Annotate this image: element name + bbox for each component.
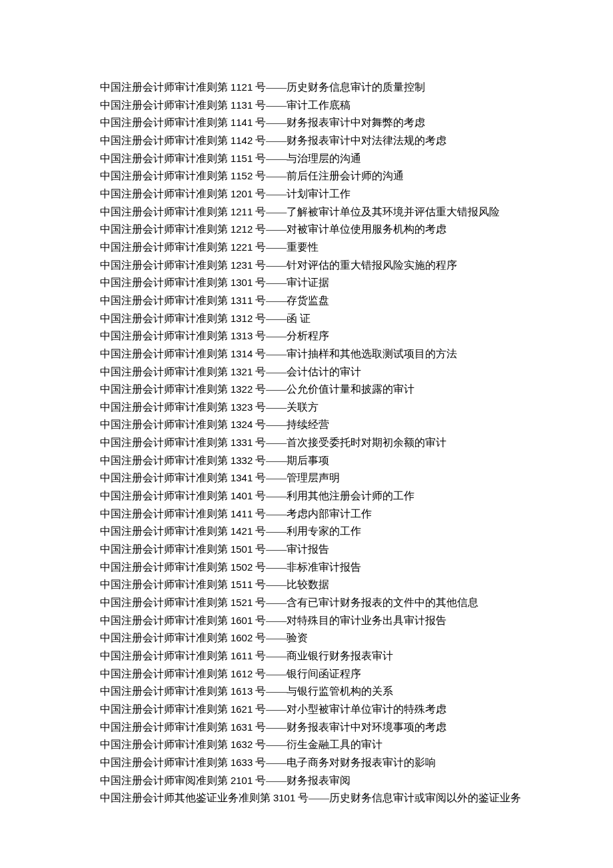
item-prefix: 中国注册会计师审计准则第	[100, 490, 231, 501]
item-separator: 号——	[253, 153, 287, 164]
item-number: 1421	[231, 525, 253, 537]
item-prefix: 中国注册会计师审计准则第	[100, 561, 231, 573]
list-item: 中国注册会计师审计准则第 1501 号——审计报告	[79, 541, 573, 559]
item-title: 财务报表审计中对法律法规的考虑	[287, 135, 446, 146]
item-prefix: 中国注册会计师审计准则第	[100, 81, 231, 93]
item-title: 对特殊目的审计业务出具审计报告	[287, 615, 446, 626]
item-number: 1341	[231, 472, 253, 483]
item-title: 财务报表审计中对环境事项的考虑	[287, 721, 446, 733]
list-item: 中国注册会计师审计准则第 1311 号——存货监盘	[79, 292, 573, 310]
item-title: 针对评估的重大错报风险实施的程序	[287, 259, 457, 271]
item-number: 1121	[231, 81, 253, 93]
list-item: 中国注册会计师审计准则第 1201 号——计划审计工作	[79, 185, 573, 203]
item-title: 审计报告	[287, 543, 329, 555]
document-content: 中国注册会计师审计准则第 1121 号——历史财务信息审计的质量控制中国注册会计…	[0, 79, 613, 807]
list-item: 中国注册会计师审计准则第 1632 号——衍生金融工具的审计	[79, 736, 573, 754]
item-separator: 号——	[253, 206, 287, 217]
item-prefix: 中国注册会计师其他鉴证业务准则第	[100, 792, 273, 803]
item-separator: 号——	[253, 437, 287, 448]
item-number: 1152	[231, 170, 253, 181]
item-prefix: 中国注册会计师审计准则第	[100, 348, 231, 359]
item-number: 1221	[231, 241, 253, 253]
item-title: 了解被审计单位及其环境并评估重大错报风险	[287, 206, 500, 217]
item-title: 比较数据	[287, 579, 329, 590]
item-number: 1141	[231, 117, 253, 128]
item-separator: 号——	[253, 241, 287, 253]
item-title: 期后事项	[287, 455, 329, 466]
item-separator: 号——	[253, 401, 287, 413]
item-prefix: 中国注册会计师审计准则第	[100, 632, 231, 643]
item-prefix: 中国注册会计师审计准则第	[100, 401, 231, 413]
item-title: 审计工作底稿	[287, 99, 350, 111]
item-separator: 号——	[253, 419, 287, 430]
item-title: 关联方	[287, 401, 318, 413]
item-number: 1331	[231, 437, 253, 448]
item-prefix: 中国注册会计师审计准则第	[100, 206, 231, 217]
item-title: 财务报表审计中对舞弊的考虑	[287, 117, 425, 128]
item-separator: 号——	[253, 597, 287, 608]
item-separator: 号——	[253, 525, 287, 537]
item-number: 1322	[231, 383, 253, 395]
list-item: 中国注册会计师审计准则第 1631 号——财务报表审计中对环境事项的考虑	[79, 719, 573, 737]
item-title: 与银行监管机构的关系	[287, 685, 393, 697]
item-prefix: 中国注册会计师审计准则第	[100, 295, 231, 306]
item-prefix: 中国注册会计师审计准则第	[100, 615, 231, 626]
list-item: 中国注册会计师审计准则第 1323 号——关联方	[79, 399, 573, 417]
item-separator: 号——	[253, 561, 287, 573]
item-prefix: 中国注册会计师审计准则第	[100, 508, 231, 519]
item-separator: 号——	[253, 383, 287, 395]
item-separator: 号——	[253, 295, 287, 306]
item-prefix: 中国注册会计师审计准则第	[100, 170, 231, 181]
item-separator: 号——	[253, 223, 287, 235]
item-separator: 号——	[253, 615, 287, 626]
item-number: 1201	[231, 188, 253, 199]
item-title: 前后任注册会计师的沟通	[287, 170, 404, 181]
list-item: 中国注册会计师审计准则第 1601 号——对特殊目的审计业务出具审计报告	[79, 612, 573, 630]
list-item: 中国注册会计师审计准则第 1152 号——前后任注册会计师的沟通	[79, 167, 573, 185]
item-separator: 号——	[253, 650, 287, 661]
list-item: 中国注册会计师审计准则第 1332 号——期后事项	[79, 452, 573, 470]
item-number: 1401	[231, 490, 253, 501]
item-number: 3101	[273, 792, 295, 803]
list-item: 中国注册会计师审计准则第 1301 号——审计证据	[79, 274, 573, 292]
item-number: 1211	[231, 206, 253, 217]
item-separator: 号——	[253, 685, 287, 697]
item-title: 对小型被审计单位审计的特殊考虑	[287, 703, 446, 715]
item-number: 1631	[231, 721, 253, 733]
item-prefix: 中国注册会计师审计准则第	[100, 437, 231, 448]
list-item: 中国注册会计师审计准则第 1312 号——函 证	[79, 310, 573, 328]
item-title: 重要性	[287, 241, 318, 253]
list-item: 中国注册会计师审计准则第 1221 号——重要性	[79, 239, 573, 257]
item-number: 1613	[231, 685, 253, 697]
item-separator: 号——	[253, 632, 287, 643]
item-separator: 号——	[253, 472, 287, 483]
item-title: 公允价值计量和披露的审计	[287, 383, 414, 395]
list-item: 中国注册会计师审计准则第 1602 号——验资	[79, 629, 573, 647]
item-title: 利用专家的工作	[287, 525, 361, 537]
list-item: 中国注册会计师审计准则第 1612 号——银行间函证程序	[79, 665, 573, 683]
item-prefix: 中国注册会计师审计准则第	[100, 153, 231, 164]
item-title: 分析程序	[287, 330, 329, 341]
item-title: 函 证	[287, 313, 310, 324]
item-number: 1602	[231, 632, 253, 643]
item-separator: 号——	[253, 579, 287, 590]
item-prefix: 中国注册会计师审计准则第	[100, 703, 231, 715]
list-item: 中国注册会计师审计准则第 1521 号——含有已审计财务报表的文件中的其他信息	[79, 594, 573, 612]
item-prefix: 中国注册会计师审计准则第	[100, 721, 231, 733]
item-title: 含有已审计财务报表的文件中的其他信息	[287, 597, 478, 608]
list-item: 中国注册会计师审计准则第 1211 号——了解被审计单位及其环境并评估重大错报风…	[79, 203, 573, 221]
item-separator: 号——	[253, 313, 287, 324]
item-title: 历史财务信息审计或审阅以外的鉴证业务	[329, 792, 521, 803]
item-title: 利用其他注册会计师的工作	[287, 490, 414, 501]
list-item: 中国注册会计师审计准则第 1322 号——公允价值计量和披露的审计	[79, 381, 573, 399]
item-number: 1612	[231, 668, 253, 679]
item-number: 1332	[231, 455, 253, 466]
item-prefix: 中国注册会计师审计准则第	[100, 455, 231, 466]
item-number: 1313	[231, 330, 253, 341]
item-number: 1411	[231, 508, 253, 519]
item-title: 会计估计的审计	[287, 366, 361, 377]
item-separator: 号——	[253, 721, 287, 733]
item-separator: 号——	[253, 366, 287, 377]
item-number: 1632	[231, 739, 253, 750]
item-number: 1142	[231, 135, 253, 146]
